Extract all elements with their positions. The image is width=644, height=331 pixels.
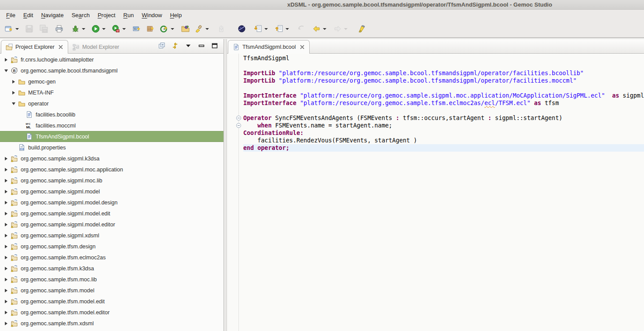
tree-item-operator[interactable]: operator [0, 98, 223, 109]
code-line-4[interactable]: ImportLib "platform:/resource/org.gemoc.… [227, 77, 644, 84]
fold-collapse-icon[interactable] [236, 123, 241, 128]
chevron-collapsed-icon[interactable] [3, 157, 10, 160]
dropdown-caret-icon[interactable] [264, 28, 268, 30]
code-line-7[interactable]: ImportInterface "platform:/resource/org.… [227, 99, 644, 107]
tree-item-facilities-bcoollib[interactable]: facilities.bcoollib [0, 109, 223, 120]
chevron-collapsed-icon[interactable] [3, 190, 10, 193]
chevron-collapsed-icon[interactable] [3, 201, 10, 204]
menu-search[interactable]: Search [68, 11, 94, 20]
chevron-collapsed-icon[interactable] [3, 212, 10, 215]
chevron-collapsed-icon[interactable] [3, 58, 10, 62]
tree-item-org-gemoc-sample-sigpml-k3dsa[interactable]: org.gemoc.sample.sigpml.k3dsa [0, 153, 223, 164]
dropdown-caret-icon[interactable] [82, 28, 85, 30]
run-external-tools-button[interactable] [110, 22, 128, 36]
minimize-icon[interactable] [198, 42, 205, 49]
fold-marker-gutter[interactable] [227, 114, 243, 122]
chevron-expanded-icon[interactable] [10, 102, 17, 105]
search-brush-button[interactable] [193, 22, 211, 36]
new-gemoc-language-button[interactable] [158, 22, 176, 36]
tree-item-org-gemoc-sample-tfsm-xdsml[interactable]: org.gemoc.sample.tfsm.xdsml [0, 318, 223, 329]
new-wizard-button[interactable] [3, 22, 21, 36]
project-tree[interactable]: fr.cnrs.luchogie.ultimateplotterBorg.gem… [0, 54, 223, 331]
tree-item-org-gemoc-sample-sigpml-model-design[interactable]: org.gemoc.sample.sigpml.model.design [0, 197, 223, 208]
menu-window[interactable]: Window [138, 11, 166, 20]
tree-item-org-gemoc-sample-sigpml-moc-lib[interactable]: org.gemoc.sample.sigpml.moc.lib [0, 175, 223, 186]
menu-help[interactable]: Help [166, 11, 186, 20]
menu-edit[interactable]: Edit [19, 11, 37, 20]
back-button[interactable] [311, 22, 328, 36]
code-line-8[interactable] [227, 107, 644, 114]
tree-item-org-gemoc-sample-tfsm-model-edit[interactable]: org.gemoc.sample.tfsm.model.edit [0, 296, 223, 307]
chevron-collapsed-icon[interactable] [3, 223, 10, 226]
code-line-3[interactable]: ImportLib "platform:/resource/org.gemoc.… [227, 69, 644, 77]
dropdown-caret-icon[interactable] [102, 28, 106, 30]
tab-tfsmandsigpml-bcool[interactable]: TfsmAndSigpml.bcool [228, 40, 310, 54]
chevron-collapsed-icon[interactable] [3, 300, 10, 303]
new-package-button[interactable] [145, 22, 157, 36]
code-editor[interactable]: TfsmAndSigpmlImportLib "platform:/resour… [227, 54, 644, 331]
next-annotation-button[interactable] [252, 22, 270, 36]
chevron-collapsed-icon[interactable] [3, 168, 10, 171]
view-menu-icon[interactable] [185, 42, 192, 49]
web-browser-button[interactable] [236, 22, 248, 36]
tree-item-org-gemoc-sample-sigpml-model-editor[interactable]: org.gemoc.sample.sigpml.model.editor [0, 219, 223, 230]
chevron-collapsed-icon[interactable] [3, 245, 10, 248]
chevron-collapsed-icon[interactable] [3, 179, 10, 182]
menu-run[interactable]: Run [119, 11, 138, 20]
tree-item-org-gemoc-sample-tfsm-k3dsa[interactable]: org.gemoc.sample.tfsm.k3dsa [0, 263, 223, 274]
chevron-collapsed-icon[interactable] [3, 289, 10, 292]
chevron-collapsed-icon[interactable] [10, 91, 17, 95]
tab-project-explorer[interactable]: Project Explorer [1, 40, 68, 54]
maximize-icon[interactable] [211, 42, 218, 49]
print-button[interactable] [53, 22, 65, 36]
chevron-collapsed-icon[interactable] [3, 267, 10, 270]
fold-collapse-icon[interactable] [236, 116, 241, 120]
code-line-5[interactable] [227, 84, 644, 92]
tree-item-org-gemoc-sample-tfsm-model[interactable]: org.gemoc.sample.tfsm.model [0, 285, 223, 296]
tree-item-org-gemoc-sample-tfsm-design[interactable]: org.gemoc.sample.tfsm.design [0, 241, 223, 252]
menu-project[interactable]: Project [94, 11, 119, 20]
tree-item-meta-inf[interactable]: META-INF [0, 87, 223, 98]
code-line-13[interactable]: end operator; [227, 144, 644, 152]
code-line-9[interactable]: Operator SyncFSMEventsAndAgents (FSMEven… [227, 114, 644, 122]
tree-item-org-gemoc-sample-bcool-tfsmandsigpml[interactable]: Borg.gemoc.sample.bcool.tfsmandsigpml [0, 65, 223, 76]
debug-button[interactable] [70, 22, 87, 36]
tab-model-explorer[interactable]: Model Explorer [68, 40, 124, 53]
tree-item-org-gemoc-sample-sigpml-moc-application[interactable]: org.gemoc.sample.sigpml.moc.application [0, 164, 223, 175]
link-with-editor-icon[interactable] [172, 42, 179, 49]
code-line-12[interactable]: facilities.RendezVous(FSMEvents, startAg… [227, 137, 644, 144]
tree-item-org-gemoc-sample-sigpml-model[interactable]: org.gemoc.sample.sigpml.model [0, 186, 223, 197]
chevron-collapsed-icon[interactable] [3, 278, 10, 281]
dropdown-caret-icon[interactable] [205, 28, 209, 30]
tree-item-tfsmandsigpml-bcool[interactable]: TfsmAndSigpml.bcool [0, 131, 223, 142]
run-button[interactable] [90, 22, 107, 36]
code-line-1[interactable]: TfsmAndSigpml [227, 55, 644, 62]
new-gemoc-project-button[interactable]: Gr [131, 22, 143, 36]
chevron-collapsed-icon[interactable] [3, 322, 10, 325]
tree-item-org-gemoc-sample-tfsm-moc-lib[interactable]: org.gemoc.sample.tfsm.moc.lib [0, 274, 223, 285]
chevron-collapsed-icon[interactable] [10, 80, 17, 84]
tree-item-facilities-moccml[interactable]: MᶜCMLfacilities.moccml [0, 120, 223, 131]
tree-item-build-properties[interactable]: 010build.properties [0, 142, 223, 153]
chevron-expanded-icon[interactable] [3, 69, 10, 72]
fold-marker-gutter[interactable] [227, 122, 243, 129]
dropdown-caret-icon[interactable] [285, 28, 289, 30]
menu-file[interactable]: File [2, 11, 19, 20]
code-line-10[interactable]: when FSMEvents.name = startAgent.name; [227, 122, 644, 129]
close-icon[interactable] [58, 44, 63, 50]
highlighter-button[interactable] [355, 22, 367, 36]
tree-item-org-gemoc-sample-tfsm-eclmoc2as[interactable]: org.gemoc.sample.tfsm.eclmoc2as [0, 252, 223, 263]
tree-item-org-gemoc-sample-tfsm-model-editor[interactable]: org.gemoc.sample.tfsm.model.editor [0, 307, 223, 318]
dropdown-caret-icon[interactable] [323, 28, 326, 30]
menu-navigate[interactable]: Navigate [37, 11, 67, 20]
code-line-11[interactable]: CoordinationRule: [227, 129, 644, 137]
code-line-2[interactable] [227, 62, 644, 69]
close-icon[interactable] [300, 44, 305, 50]
tree-item-org-gemoc-sample-sigpml-model-edit[interactable]: org.gemoc.sample.sigpml.model.edit [0, 208, 223, 219]
tree-item-fr-cnrs-luchogie-ultimateplotter[interactable]: fr.cnrs.luchogie.ultimateplotter [0, 54, 223, 65]
chevron-collapsed-icon[interactable] [3, 234, 10, 237]
previous-annotation-button[interactable] [273, 22, 291, 36]
dropdown-caret-icon[interactable] [15, 28, 19, 30]
dropdown-caret-icon[interactable] [171, 28, 174, 30]
dropdown-caret-icon[interactable] [122, 28, 126, 30]
